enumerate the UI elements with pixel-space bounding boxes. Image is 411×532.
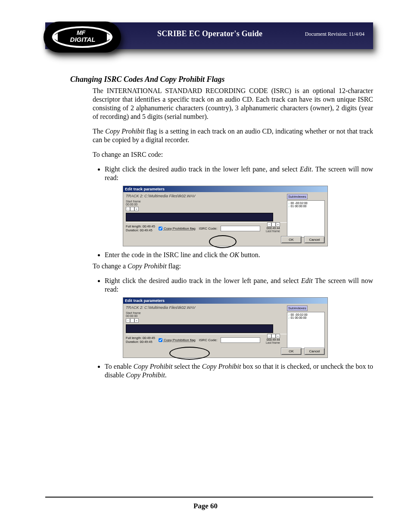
duration-label: Duration: 00:49:45 — [126, 228, 155, 232]
end-frame-stepper[interactable]: −+ — [266, 334, 280, 338]
stepper-field[interactable] — [271, 222, 276, 227]
isrc-code-label: ISRC Code: — [199, 227, 218, 230]
end-frame-block: −+ 000:49:44 Last frame — [266, 222, 280, 233]
dialog-titlebar: Edit track parameters — [123, 298, 327, 304]
subindexes-list[interactable]: 00 -00:02:00 01 00:00:00 — [287, 312, 325, 349]
copy-prohibit-label: Copy Prohibition flag — [164, 338, 196, 342]
stepper-field[interactable] — [130, 318, 134, 323]
waveform-display — [126, 324, 273, 333]
italic-copy-prohibit: Copy Prohibit — [202, 363, 241, 370]
isrc-code-label: ISRC Code: — [199, 338, 218, 342]
txt: To change a — [93, 262, 128, 270]
copy-prohibit-steps-list-2: To enable Copy Prohibit select the Copy … — [93, 362, 373, 380]
ok-button[interactable]: OK — [281, 348, 302, 355]
dialog-body: TRACK 2: C:\Multimedia Files\tk02.WAV St… — [123, 192, 327, 246]
header-revision: Document Revision: 11/4/04 — [305, 31, 364, 37]
subindex-item[interactable]: 01 00:00:00 — [288, 316, 324, 319]
txt: flag: — [167, 262, 181, 270]
dialog-screenshot-isrc: Edit track parameters TRACK 2: C:\Multim… — [123, 186, 327, 246]
to-change-copy-prohibit-label: To change a Copy Prohibit flag: — [93, 262, 373, 271]
subindex-item[interactable]: 00 -00:02:00 — [288, 202, 324, 205]
isrc-step-2: Enter the code in the ISRC line and clic… — [105, 251, 373, 259]
italic-edit: Edit — [300, 165, 311, 173]
subindexes-list[interactable]: 00 -00:02:00 01 00:00:00 — [287, 200, 325, 237]
full-length-label: Full length: 00:49:45 — [126, 336, 155, 340]
dialog-buttons: OK Cancel — [281, 236, 325, 243]
stepper-minus-icon[interactable]: − — [126, 207, 130, 211]
stepper-minus-icon[interactable]: − — [126, 318, 130, 323]
dialog-buttons: OK Cancel — [281, 348, 325, 355]
isrc-code-input[interactable] — [221, 226, 260, 231]
txt: button. — [239, 251, 260, 258]
stepper-field[interactable] — [271, 334, 276, 338]
copy-prohibit-checkbox[interactable]: Copy Prohibition flag — [159, 227, 196, 230]
edit-track-dialog: Edit track parameters TRACK 2: C:\Multim… — [123, 297, 328, 358]
italic-ok: OK — [230, 251, 239, 258]
page: MF DIGITAL SCRIBE EC Operator's Guide Do… — [0, 0, 411, 532]
isrc-step-1: Right click the desired audio track in t… — [105, 165, 373, 182]
stepper-minus-icon[interactable]: − — [267, 222, 271, 227]
end-frame-value: 000:49:44 — [266, 227, 280, 230]
italic-copy-prohibit: Copy Prohibit — [105, 128, 144, 135]
ok-button[interactable]: OK — [281, 236, 302, 243]
section-heading: Changing ISRC Codes And Copy Prohibit Fl… — [70, 75, 373, 84]
copy-prohibit-input[interactable] — [159, 227, 162, 230]
txt: Right click the desired audio track in t… — [105, 165, 300, 173]
length-block: Full length: 00:49:45 Duration: 00:49:45 — [126, 336, 155, 344]
stepper-plus-icon[interactable]: + — [134, 207, 139, 211]
stepper-field[interactable] — [130, 207, 134, 211]
end-frame-stepper[interactable]: −+ — [266, 222, 280, 227]
header-title: SCRIBE EC Operator's Guide — [157, 29, 262, 38]
copy-prohibit-steps-list: Right click the desired audio track in t… — [93, 277, 373, 294]
isrc-code-input[interactable] — [221, 337, 260, 343]
duration-label: Duration: 00:49:45 — [126, 340, 155, 344]
copy-prohibit-step-2: To enable Copy Prohibit select the Copy … — [105, 362, 373, 380]
stepper-plus-icon[interactable]: + — [134, 318, 139, 323]
cancel-button[interactable]: Cancel — [304, 236, 325, 243]
stepper-plus-icon[interactable]: + — [276, 222, 280, 227]
subindexes-panel: Subindexes 00 -00:02:00 01 00:00:00 — [287, 305, 325, 349]
txt: Right click the desired audio track in t… — [105, 277, 301, 284]
italic-copy-prohibit: Copy Prohibit — [126, 371, 165, 379]
subindexes-panel: Subindexes 00 -00:02:00 01 00:00:00 — [287, 194, 325, 237]
txt: The — [93, 128, 105, 135]
end-frame-value: 000:49:44 — [266, 338, 280, 341]
last-frame-label: Last frame — [266, 230, 280, 233]
to-change-isrc-label: To change an ISRC code: — [93, 150, 373, 159]
copy-prohibit-input[interactable] — [159, 338, 162, 342]
full-length-label: Full length: 00:49:45 — [126, 224, 155, 228]
subindexes-label: Subindexes — [287, 194, 308, 199]
svg-text:MF: MF — [77, 29, 86, 36]
copy-prohibit-checkbox[interactable]: Copy Prohibition flag — [159, 338, 196, 342]
edit-track-dialog: Edit track parameters TRACK 2: C:\Multim… — [123, 186, 328, 246]
subindex-item[interactable]: 00 -00:02:00 — [288, 313, 324, 316]
end-frame-block: −+ 000:49:44 Last frame — [266, 334, 280, 344]
svg-text:DIGITAL: DIGITAL — [70, 36, 96, 43]
footer-rule — [45, 497, 373, 498]
italic-copy-prohibit: Copy Prohibit — [128, 262, 167, 270]
dialog-body: TRACK 2: C:\Multimedia Files\tk02.WAV St… — [123, 304, 327, 358]
intro-paragraph-copy-prohibit: The Copy Prohibit flag is a setting in e… — [93, 127, 373, 144]
dialog-titlebar: Edit track parameters — [123, 186, 327, 192]
copy-prohibit-label: Copy Prohibition flag — [164, 227, 196, 230]
txt: select the — [172, 363, 202, 370]
page-number: Page 60 — [0, 502, 411, 510]
isrc-steps-list: Right click the desired audio track in t… — [93, 165, 373, 182]
subindexes-label: Subindexes — [287, 305, 308, 311]
length-block: Full length: 00:49:45 Duration: 00:49:45 — [126, 224, 155, 232]
cancel-button[interactable]: Cancel — [304, 348, 325, 355]
subindex-item[interactable]: 01 00:00:00 — [288, 205, 324, 208]
txt: . — [165, 371, 167, 379]
dialog-screenshot-copy-prohibit: Edit track parameters TRACK 2: C:\Multim… — [123, 297, 327, 358]
txt: To enable — [105, 363, 134, 370]
txt: Enter the code in the ISRC line and clic… — [105, 251, 230, 258]
intro-paragraph-isrc: The INTERNATIONAL STANDARD RECORDING COD… — [93, 87, 373, 121]
isrc-steps-list-2: Enter the code in the ISRC line and clic… — [93, 251, 373, 259]
italic-copy-prohibit: Copy Prohibit — [134, 363, 173, 370]
italic-edit: Edit — [301, 277, 313, 284]
logo-badge: MF DIGITAL — [44, 22, 121, 53]
header-band: MF DIGITAL SCRIBE EC Operator's Guide Do… — [45, 22, 373, 49]
stepper-minus-icon[interactable]: − — [267, 334, 271, 338]
stepper-plus-icon[interactable]: + — [276, 334, 280, 338]
content-region: Changing ISRC Codes And Copy Prohibit Fl… — [45, 69, 373, 502]
